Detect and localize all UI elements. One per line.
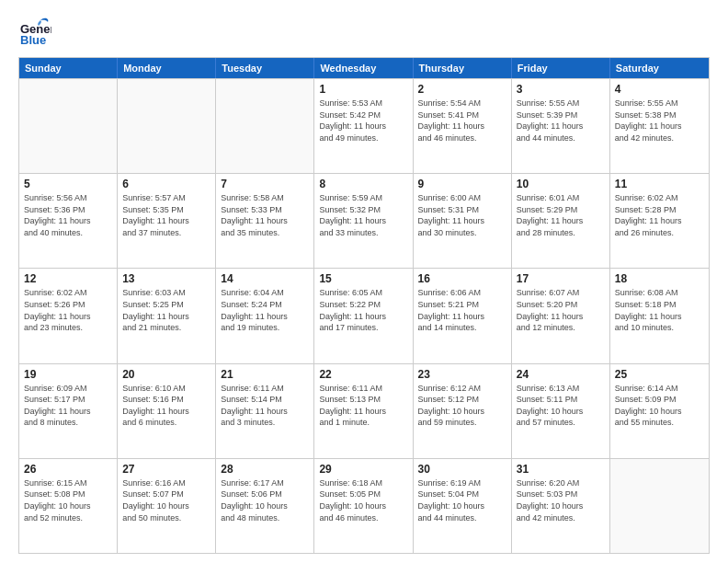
weekday-header-friday: Friday	[512, 58, 610, 78]
day-number: 26	[24, 463, 112, 476]
header: General Blue	[18, 15, 710, 48]
day-number: 13	[122, 272, 210, 285]
day-number: 23	[418, 368, 506, 381]
calendar-header: SundayMondayTuesdayWednesdayThursdayFrid…	[19, 58, 709, 78]
day-number: 14	[221, 272, 309, 285]
day-info: Sunrise: 6:11 AM Sunset: 5:14 PM Dayligh…	[221, 383, 309, 429]
day-number: 3	[517, 83, 605, 96]
calendar-cell	[19, 79, 118, 173]
day-number: 1	[319, 83, 407, 96]
day-number: 22	[319, 368, 407, 381]
calendar-row-5: 26Sunrise: 6:15 AM Sunset: 5:08 PM Dayli…	[19, 458, 709, 553]
day-info: Sunrise: 6:11 AM Sunset: 5:13 PM Dayligh…	[319, 383, 407, 429]
day-info: Sunrise: 6:20 AM Sunset: 5:03 PM Dayligh…	[517, 477, 605, 523]
day-info: Sunrise: 6:10 AM Sunset: 5:16 PM Dayligh…	[122, 383, 210, 429]
calendar-cell: 21Sunrise: 6:11 AM Sunset: 5:14 PM Dayli…	[216, 364, 314, 458]
day-info: Sunrise: 5:54 AM Sunset: 5:41 PM Dayligh…	[418, 98, 506, 144]
logo-icon: General Blue	[18, 15, 51, 48]
calendar-row-2: 5Sunrise: 5:56 AM Sunset: 5:36 PM Daylig…	[19, 173, 709, 268]
weekday-header-saturday: Saturday	[610, 58, 709, 78]
day-number: 11	[615, 178, 704, 190]
day-info: Sunrise: 6:14 AM Sunset: 5:09 PM Dayligh…	[615, 383, 704, 429]
day-info: Sunrise: 6:08 AM Sunset: 5:18 PM Dayligh…	[615, 287, 704, 333]
calendar-cell: 3Sunrise: 5:55 AM Sunset: 5:39 PM Daylig…	[512, 79, 610, 173]
calendar-cell: 11Sunrise: 6:02 AM Sunset: 5:28 PM Dayli…	[610, 174, 709, 268]
day-number: 5	[24, 178, 112, 190]
day-number: 16	[418, 272, 506, 285]
calendar-cell: 9Sunrise: 6:00 AM Sunset: 5:31 PM Daylig…	[414, 174, 512, 268]
calendar-cell: 17Sunrise: 6:07 AM Sunset: 5:20 PM Dayli…	[512, 269, 610, 362]
day-number: 21	[221, 368, 309, 381]
day-number: 25	[615, 368, 704, 381]
day-number: 10	[517, 178, 605, 190]
calendar-row-4: 19Sunrise: 6:09 AM Sunset: 5:17 PM Dayli…	[19, 363, 709, 458]
calendar-cell: 24Sunrise: 6:13 AM Sunset: 5:11 PM Dayli…	[512, 364, 610, 458]
day-number: 4	[615, 83, 704, 96]
logo: General Blue	[18, 15, 53, 48]
calendar-cell	[118, 79, 216, 173]
calendar-cell: 8Sunrise: 5:59 AM Sunset: 5:32 PM Daylig…	[314, 174, 413, 268]
day-number: 29	[319, 463, 407, 476]
day-number: 17	[517, 272, 605, 285]
weekday-header-thursday: Thursday	[414, 58, 512, 78]
calendar-cell: 4Sunrise: 5:55 AM Sunset: 5:38 PM Daylig…	[610, 79, 709, 173]
calendar-cell: 23Sunrise: 6:12 AM Sunset: 5:12 PM Dayli…	[414, 364, 512, 458]
calendar-row-1: 1Sunrise: 5:53 AM Sunset: 5:42 PM Daylig…	[19, 78, 709, 173]
day-info: Sunrise: 5:59 AM Sunset: 5:32 PM Dayligh…	[319, 192, 407, 238]
day-number: 7	[221, 178, 309, 190]
weekday-header-wednesday: Wednesday	[314, 58, 413, 78]
day-info: Sunrise: 6:13 AM Sunset: 5:11 PM Dayligh…	[517, 383, 605, 429]
calendar-cell: 2Sunrise: 5:54 AM Sunset: 5:41 PM Daylig…	[414, 79, 512, 173]
day-info: Sunrise: 6:12 AM Sunset: 5:12 PM Dayligh…	[418, 383, 506, 429]
day-info: Sunrise: 6:01 AM Sunset: 5:29 PM Dayligh…	[517, 192, 605, 238]
day-number: 19	[24, 368, 112, 381]
calendar-cell: 12Sunrise: 6:02 AM Sunset: 5:26 PM Dayli…	[19, 269, 118, 362]
day-number: 31	[517, 463, 605, 476]
day-info: Sunrise: 6:02 AM Sunset: 5:26 PM Dayligh…	[24, 287, 112, 333]
day-info: Sunrise: 6:05 AM Sunset: 5:22 PM Dayligh…	[319, 287, 407, 333]
weekday-header-monday: Monday	[118, 58, 216, 78]
day-number: 12	[24, 272, 112, 285]
calendar-cell: 14Sunrise: 6:04 AM Sunset: 5:24 PM Dayli…	[216, 269, 314, 362]
day-info: Sunrise: 6:06 AM Sunset: 5:21 PM Dayligh…	[418, 287, 506, 333]
day-info: Sunrise: 6:09 AM Sunset: 5:17 PM Dayligh…	[24, 383, 112, 429]
calendar-cell: 29Sunrise: 6:18 AM Sunset: 5:05 PM Dayli…	[314, 459, 413, 553]
calendar-cell: 15Sunrise: 6:05 AM Sunset: 5:22 PM Dayli…	[314, 269, 413, 362]
day-info: Sunrise: 5:57 AM Sunset: 5:35 PM Dayligh…	[122, 192, 210, 238]
day-info: Sunrise: 6:07 AM Sunset: 5:20 PM Dayligh…	[517, 287, 605, 333]
calendar-cell: 10Sunrise: 6:01 AM Sunset: 5:29 PM Dayli…	[512, 174, 610, 268]
day-number: 15	[319, 272, 407, 285]
calendar-cell: 13Sunrise: 6:03 AM Sunset: 5:25 PM Dayli…	[118, 269, 216, 362]
day-number: 18	[615, 272, 704, 285]
day-info: Sunrise: 6:02 AM Sunset: 5:28 PM Dayligh…	[615, 192, 704, 238]
calendar-cell: 27Sunrise: 6:16 AM Sunset: 5:07 PM Dayli…	[118, 459, 216, 553]
day-info: Sunrise: 5:56 AM Sunset: 5:36 PM Dayligh…	[24, 192, 112, 238]
day-number: 28	[221, 463, 309, 476]
calendar-cell: 31Sunrise: 6:20 AM Sunset: 5:03 PM Dayli…	[512, 459, 610, 553]
calendar-cell: 6Sunrise: 5:57 AM Sunset: 5:35 PM Daylig…	[118, 174, 216, 268]
day-info: Sunrise: 6:19 AM Sunset: 5:04 PM Dayligh…	[418, 477, 506, 523]
calendar-cell: 5Sunrise: 5:56 AM Sunset: 5:36 PM Daylig…	[19, 174, 118, 268]
calendar-cell: 1Sunrise: 5:53 AM Sunset: 5:42 PM Daylig…	[314, 79, 413, 173]
calendar: SundayMondayTuesdayWednesdayThursdayFrid…	[18, 57, 710, 554]
page: General Blue SundayMondayTuesdayWednesda…	[0, 0, 728, 563]
calendar-cell: 20Sunrise: 6:10 AM Sunset: 5:16 PM Dayli…	[118, 364, 216, 458]
calendar-cell	[610, 459, 709, 553]
day-info: Sunrise: 6:03 AM Sunset: 5:25 PM Dayligh…	[122, 287, 210, 333]
calendar-body: 1Sunrise: 5:53 AM Sunset: 5:42 PM Daylig…	[19, 78, 709, 553]
weekday-header-sunday: Sunday	[19, 58, 118, 78]
day-info: Sunrise: 6:04 AM Sunset: 5:24 PM Dayligh…	[221, 287, 309, 333]
calendar-cell: 18Sunrise: 6:08 AM Sunset: 5:18 PM Dayli…	[610, 269, 709, 362]
calendar-cell: 22Sunrise: 6:11 AM Sunset: 5:13 PM Dayli…	[314, 364, 413, 458]
calendar-cell	[216, 79, 314, 173]
calendar-cell: 28Sunrise: 6:17 AM Sunset: 5:06 PM Dayli…	[216, 459, 314, 553]
day-info: Sunrise: 5:55 AM Sunset: 5:38 PM Dayligh…	[615, 98, 704, 144]
day-info: Sunrise: 6:15 AM Sunset: 5:08 PM Dayligh…	[24, 477, 112, 523]
calendar-cell: 26Sunrise: 6:15 AM Sunset: 5:08 PM Dayli…	[19, 459, 118, 553]
day-info: Sunrise: 6:17 AM Sunset: 5:06 PM Dayligh…	[221, 477, 309, 523]
calendar-cell: 19Sunrise: 6:09 AM Sunset: 5:17 PM Dayli…	[19, 364, 118, 458]
day-info: Sunrise: 5:55 AM Sunset: 5:39 PM Dayligh…	[517, 98, 605, 144]
day-info: Sunrise: 6:00 AM Sunset: 5:31 PM Dayligh…	[418, 192, 506, 238]
day-info: Sunrise: 5:53 AM Sunset: 5:42 PM Dayligh…	[319, 98, 407, 144]
day-number: 6	[122, 178, 210, 190]
